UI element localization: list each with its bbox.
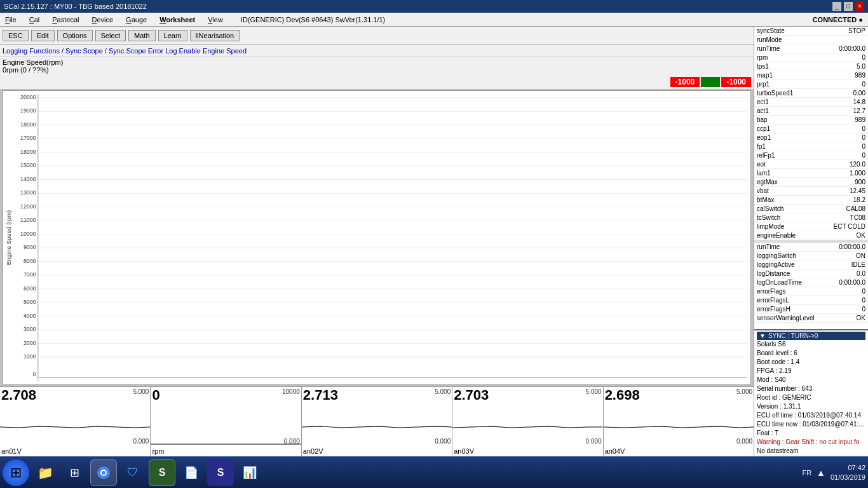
data-row-tcswitch[interactable]: tcSwitchTC08 (754, 214, 868, 222)
data-row-prp1[interactable]: prp10 (754, 80, 868, 89)
data-row-eot[interactable]: eot120.0 (754, 160, 868, 169)
menu-pastecal[interactable]: Pastecal (50, 15, 81, 24)
breadcrumb: Logging Functions / Sync Scope / Sync Sc… (0, 44, 754, 57)
taskbar-right: FR ▲ 07:42 01/03/2019 (802, 463, 865, 482)
mini-chart-an03v-min: 0.000 (586, 438, 602, 445)
data-row-runtime[interactable]: runTime0:00:00.0 (754, 44, 868, 53)
taskbar-lang: FR (802, 469, 811, 477)
mini-chart-an04v: 2.698 5.000 0.000 an04V (604, 387, 754, 456)
data-row-rpm[interactable]: rpm0 (754, 53, 868, 62)
right-panel: syncStateSTOP runMode runTime0:00:00.0 r… (754, 27, 868, 456)
svg-text:8000: 8000 (24, 257, 36, 264)
data-row-btmax[interactable]: btMax18.2 (754, 196, 868, 205)
edit-button[interactable]: Edit (31, 30, 55, 41)
info-warning-gear: Warning : Gear Shift : no cut input fo (757, 438, 865, 447)
select-button[interactable]: Select (95, 30, 126, 41)
taskbar-chrome[interactable] (90, 459, 117, 486)
data-row-errorflagsh[interactable]: errorFlagsH0 (754, 305, 868, 314)
data-row-runtime2[interactable]: runTime0:00:00.0 (754, 243, 868, 252)
chart-svg: 20000 19000 18000 17000 16000 15000 1400… (3, 91, 750, 384)
svg-text:0: 0 (33, 371, 36, 377)
taskbar-s2[interactable]: S (207, 459, 234, 486)
data-row-sensorwarninglevel[interactable]: sensorWarningLevelOK (754, 314, 868, 323)
svg-text:3000: 3000 (24, 326, 36, 332)
data-row-ccp1[interactable]: ccp10 (754, 125, 868, 133)
rpm-indicator-left: -1000 (670, 77, 700, 87)
data-row-ect1[interactable]: ect114.8 (754, 98, 868, 107)
mini-chart-rpm: 0 10000 0.000 rpm (151, 387, 301, 456)
data-row-egtmax[interactable]: egtMax900 (754, 178, 868, 187)
taskbar-time: 07:42 (831, 463, 865, 472)
data-row-act1[interactable]: act112.7 (754, 107, 868, 116)
esc-button[interactable]: ESC (3, 30, 29, 41)
menu-cal[interactable]: Cal (27, 15, 43, 24)
mini-chart-rpm-min: 0.000 (284, 438, 300, 445)
mini-chart-rpm-label: rpm (152, 447, 164, 455)
math-button[interactable]: Math (128, 30, 155, 41)
data-row-runmode[interactable]: runMode (754, 36, 868, 44)
menu-file[interactable]: File (3, 15, 19, 24)
info-ecu-now: ECU time now : 01/03/2019@07:41:... (757, 420, 865, 429)
data-row-relfp1[interactable]: relFp10 (754, 151, 868, 160)
data-row-loggingactive[interactable]: loggingActiveIDLE (754, 261, 868, 269)
mini-chart-an02v-svg (302, 410, 452, 445)
taskbar-excel[interactable]: 📊 (236, 459, 263, 486)
window-title: SCal 2.15.127 : MY00 - TBG based 2018102… (4, 3, 147, 10)
maximize-button[interactable]: □ (844, 2, 853, 11)
taskbar-shield[interactable]: 🛡 (119, 459, 146, 486)
info-feat: Feat : T (757, 429, 865, 438)
data-row-errorflags[interactable]: errorFlags0 (754, 287, 868, 296)
taskbar-pdf[interactable]: 📄 (178, 459, 205, 486)
taskbar: ⊞ 📁 ⊞ 🛡 S 📄 S 📊 FR ▲ 07:42 01/03/2019 (0, 456, 868, 488)
taskbar-clock: 07:42 01/03/2019 (831, 463, 865, 482)
collapse-icon[interactable]: ▼ (759, 332, 766, 339)
info-nodatastream: No datastream (757, 447, 865, 456)
svg-text:6000: 6000 (24, 285, 36, 291)
data-row-errorflagsl[interactable]: errorFlagsL0 (754, 296, 868, 305)
options-button[interactable]: Options (57, 30, 93, 41)
data-row-map1[interactable]: map1989 (754, 71, 868, 80)
info-boardlevel: Board level : 6 (757, 349, 865, 358)
info-rootid: Root id : GENERIC (757, 393, 865, 402)
data-row-eop1[interactable]: eop10 (754, 133, 868, 142)
data-row-tps1[interactable]: tps15.0 (754, 62, 868, 71)
learn-button[interactable]: Learn (158, 30, 187, 41)
start-button[interactable]: ⊞ (3, 459, 29, 486)
toolbar: ESC Edit Options Select Math Learn liNea… (0, 27, 754, 44)
data-row-logdistance[interactable]: logDistance0.0 (754, 269, 868, 278)
data-row-fp1[interactable]: fp10 (754, 142, 868, 151)
data-row-limpmode[interactable]: limpModeECT COLD (754, 222, 868, 231)
mini-chart-an01v-svg (0, 410, 150, 445)
info-fpga: FPGA : 2.19 (757, 367, 865, 376)
taskbar-files[interactable]: 📁 (32, 459, 58, 486)
chart-subtitle: 0rpm (0 / ??%) (3, 66, 751, 74)
linearisation-button[interactable]: liNearisation (190, 30, 240, 41)
data-row-syncstate[interactable]: syncStateSTOP (754, 27, 868, 36)
data-row-vbat[interactable]: vbat12.45 (754, 187, 868, 196)
mini-chart-an03v-label: an03V (454, 447, 474, 455)
data-row-logonloadtime[interactable]: logOnLoadTime0:00:00.0 (754, 278, 868, 287)
right-panel-data: syncStateSTOP runMode runTime0:00:00.0 r… (754, 27, 868, 329)
data-row-turbospeed1[interactable]: turboSpeed10.00 (754, 89, 868, 98)
svg-text:2000: 2000 (24, 339, 36, 346)
data-row-bap[interactable]: bap989 (754, 116, 868, 125)
menu-worksheet[interactable]: Worksheet (157, 15, 198, 24)
data-row-calswitch[interactable]: calSwitchCAL08 (754, 205, 868, 214)
svg-text:9000: 9000 (24, 244, 36, 250)
data-row-loggingswitch[interactable]: loggingSwitchON (754, 252, 868, 261)
data-row-engineenable[interactable]: engineEnableOK (754, 231, 868, 240)
mini-chart-an04v-label: an04V (605, 447, 625, 455)
taskbar-apps-grid[interactable]: ⊞ (61, 459, 88, 486)
taskbar-s1[interactable]: S (149, 459, 175, 486)
minimize-button[interactable]: _ (832, 2, 841, 11)
data-row-lam1[interactable]: lam11.000 (754, 169, 868, 178)
close-button[interactable]: × (855, 2, 864, 11)
title-bar-controls: _ □ × (832, 2, 864, 11)
chart-title: Engine Speed(rpm) (3, 58, 751, 66)
menu-device[interactable]: Device (89, 15, 116, 24)
svg-text:4000: 4000 (24, 312, 36, 318)
menu-gauge[interactable]: Gauge (123, 15, 149, 24)
menu-view[interactable]: View (205, 15, 226, 24)
device-info: ID(GENERIC) Dev(S6 #0643) SwVer(1.31.1/1… (238, 15, 388, 24)
svg-text:20000: 20000 (20, 94, 36, 100)
